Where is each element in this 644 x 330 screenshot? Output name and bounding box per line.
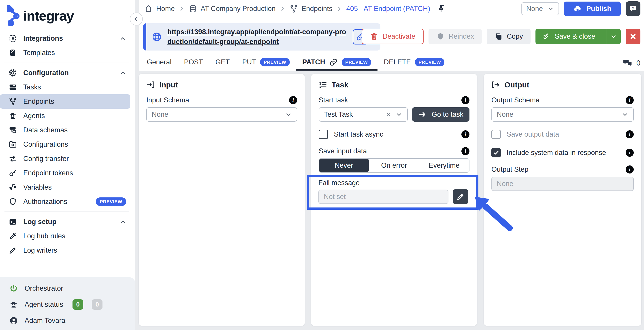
pencil-icon: [456, 193, 465, 201]
arrow-into-bracket-icon: [146, 80, 155, 89]
fail-message-label: Fail message: [318, 178, 468, 187]
info-icon[interactable]: i: [626, 96, 634, 104]
save-close-button[interactable]: Save & close: [536, 29, 621, 44]
sidebar-item-agents[interactable]: Agents: [0, 109, 130, 123]
chevron-up-icon: [120, 35, 126, 42]
breadcrumb: Home AT Company Production Endpoints 405…: [139, 0, 644, 17]
tab-get[interactable]: GET: [209, 55, 236, 71]
breadcrumb-home[interactable]: Home: [144, 4, 175, 13]
save-output-data-label: Save output data: [506, 130, 559, 138]
option-never[interactable]: Never: [319, 159, 369, 172]
sidebar-item-tasks[interactable]: Tasks: [0, 80, 130, 94]
breadcrumb-current: 405 - AT Endpoint (PATCH): [346, 5, 430, 13]
user-menu-item[interactable]: Adam Tovara: [0, 313, 135, 329]
folder-gear-icon: [8, 140, 18, 149]
info-icon[interactable]: i: [462, 130, 470, 138]
info-icon[interactable]: i: [462, 147, 470, 155]
endpoint-url-link[interactable]: https://1398.integray.app/api/endpoint/a…: [168, 27, 353, 47]
help-chat-button[interactable]: ?: [626, 1, 640, 16]
preview-badge: PREVIEW: [96, 197, 126, 206]
chevron-right-icon: [279, 5, 286, 12]
breadcrumb-endpoints[interactable]: Endpoints: [290, 4, 332, 13]
app-logo[interactable]: integray: [7, 5, 74, 26]
comments-icon: [622, 58, 632, 68]
comments-button[interactable]: 0: [622, 55, 640, 71]
include-system-data-checkbox[interactable]: [492, 148, 501, 157]
sidebar-item-config-transfer[interactable]: Config transfer: [0, 152, 130, 166]
breadcrumb-project[interactable]: AT Company Production: [189, 4, 276, 13]
reindex-button[interactable]: Reindex: [428, 29, 482, 44]
sidebar-nav: Integrations Templates Configuration Tas…: [0, 31, 135, 258]
option-everytime[interactable]: Everytime: [419, 159, 469, 172]
save-output-data-checkbox[interactable]: [492, 130, 501, 139]
start-task-label: Start task: [319, 96, 348, 104]
version-select[interactable]: None: [522, 2, 559, 15]
preview-badge: PREVIEW: [415, 58, 444, 66]
info-icon[interactable]: i: [626, 130, 634, 138]
output-step-input[interactable]: [492, 177, 634, 191]
orchestrator-item[interactable]: Orchestrator: [0, 280, 135, 297]
sidebar-bottom-panel: Orchestrator Agent status 0 0 Adam Tovar…: [0, 277, 135, 330]
shield-icon: [436, 32, 444, 41]
sidebar-item-templates[interactable]: Templates: [0, 46, 130, 60]
close-icon: [629, 32, 637, 41]
start-task-select[interactable]: Test Task: [319, 107, 408, 122]
endpoints-icon: [8, 97, 18, 106]
start-task-async-checkbox[interactable]: [319, 130, 328, 139]
sidebar-item-data-schemas[interactable]: Data schemas: [0, 123, 130, 137]
sidebar-item-authorizations[interactable]: Authorizations PREVIEW: [0, 195, 130, 209]
tab-post[interactable]: POST: [178, 55, 209, 71]
info-icon[interactable]: i: [626, 149, 634, 157]
svg-text:?: ?: [632, 6, 634, 10]
gear-icon: [8, 68, 18, 78]
tab-put[interactable]: PUT PREVIEW: [236, 55, 296, 71]
panel-title: Task: [332, 80, 348, 89]
include-system-data-label: Include system data in response: [506, 149, 606, 157]
sidebar-divider: [4, 63, 129, 63]
info-icon[interactable]: i: [462, 96, 470, 104]
sidebar-item-configuration[interactable]: Configuration: [0, 66, 130, 80]
fail-message-highlight: Fail message: [307, 175, 478, 210]
option-on-error[interactable]: On error: [369, 159, 419, 172]
sidebar-item-label: Endpoint tokens: [23, 169, 73, 177]
copy-button[interactable]: Copy: [487, 29, 530, 44]
arrow-out-of-bracket-icon: [492, 80, 500, 89]
deactivate-button[interactable]: Deactivate: [362, 29, 423, 44]
input-schema-select[interactable]: None: [146, 107, 297, 122]
sidebar-item-configurations[interactable]: Configurations: [0, 137, 130, 152]
cloud-upload-icon: [573, 4, 582, 13]
sidebar-item-label: Templates: [23, 49, 55, 57]
chat-question-icon: ?: [629, 4, 637, 13]
pin-icon[interactable]: [437, 4, 445, 13]
output-panel: Output Output Schema i None Save output …: [484, 74, 641, 326]
tab-patch[interactable]: PATCH PREVIEW: [296, 55, 378, 71]
sidebar: integray Integrations Templates Configur…: [0, 0, 135, 330]
copy-icon: [494, 32, 503, 41]
page-header: Home AT Company Production Endpoints 405…: [139, 0, 644, 71]
publish-button[interactable]: Publish: [564, 1, 621, 16]
sidebar-item-log-setup[interactable]: Log setup: [0, 215, 130, 229]
sidebar-item-log-hub-rules[interactable]: Log hub rules: [0, 229, 130, 243]
info-icon[interactable]: i: [289, 96, 297, 104]
sidebar-item-endpoints[interactable]: Endpoints: [0, 94, 130, 109]
save-options-caret[interactable]: [606, 29, 621, 44]
clear-icon[interactable]: [385, 111, 392, 118]
orchestrator-label: Orchestrator: [24, 284, 63, 293]
output-schema-select[interactable]: None: [492, 107, 634, 122]
chevron-down-icon: [622, 111, 628, 118]
sidebar-item-endpoint-tokens[interactable]: Endpoint tokens: [0, 166, 130, 180]
sidebar-collapse-button[interactable]: [130, 12, 143, 25]
info-icon[interactable]: i: [626, 165, 634, 174]
sidebar-item-log-writers[interactable]: Log writers: [0, 243, 130, 258]
agents-online-badge: 0: [72, 299, 83, 310]
close-button[interactable]: [626, 29, 640, 44]
sidebar-item-integrations[interactable]: Integrations: [0, 31, 130, 46]
sidebar-item-variables[interactable]: Variables: [0, 180, 130, 195]
output-step-label: Output Step: [492, 165, 528, 174]
tab-general[interactable]: General: [140, 55, 178, 71]
fail-message-input[interactable]: [318, 190, 448, 204]
go-to-task-button[interactable]: Go to task: [412, 107, 470, 122]
tab-delete[interactable]: DELETE PREVIEW: [378, 55, 451, 71]
agent-status-item[interactable]: Agent status 0 0: [0, 297, 135, 313]
edit-fail-message-button[interactable]: [453, 189, 468, 204]
